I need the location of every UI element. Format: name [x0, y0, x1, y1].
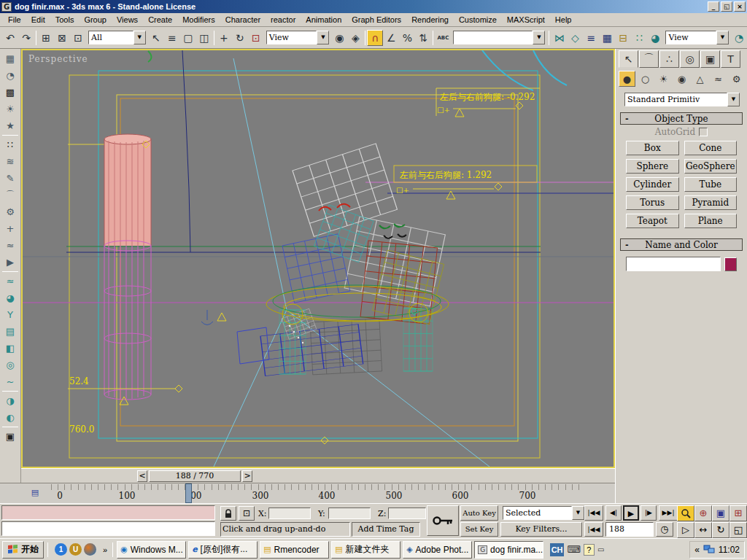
network-icon[interactable]	[703, 545, 715, 554]
menu-item[interactable]: Graph Editors	[347, 14, 406, 26]
z-coord-field[interactable]	[388, 508, 426, 519]
goto-start-button[interactable]: |◀◀	[584, 505, 603, 521]
zoom-button[interactable]	[677, 505, 694, 521]
set-keys-button[interactable]	[427, 505, 459, 536]
time-slider[interactable]: 188 / 770	[149, 470, 241, 482]
add-time-tag[interactable]: Add Time Tag	[352, 522, 420, 537]
create-helpers-icon[interactable]: △	[692, 71, 708, 87]
render-teapot-icon[interactable]: ◕	[1, 289, 19, 306]
compounds-icon[interactable]: ▩	[1, 84, 19, 101]
field-of-view-button[interactable]: ▷	[677, 522, 694, 538]
create-lights-icon[interactable]: ☀	[655, 71, 672, 87]
quicklaunch-ultraedit-icon[interactable]: U	[69, 543, 82, 556]
menu-item[interactable]: Group	[79, 14, 112, 26]
chevron-down-icon[interactable]: ▼	[133, 31, 146, 44]
select-and-scale-icon[interactable]: ⊡	[248, 30, 264, 46]
object-type-button[interactable]: Cone	[684, 141, 738, 155]
zoom-extents-button[interactable]: ▣	[712, 505, 729, 521]
task-photoshop[interactable]: ◈ Adobe Phot...	[403, 541, 472, 559]
create-systems-icon[interactable]: ⚙	[728, 71, 745, 87]
goto-end-button[interactable]: ▶▶|	[659, 505, 678, 521]
schematic-view-icon[interactable]: ⊟	[615, 30, 631, 46]
object-type-rollout-header[interactable]: - Object Type	[620, 112, 743, 125]
tab-hierarchy[interactable]: ∴	[659, 50, 679, 68]
menu-item[interactable]: Edit	[26, 14, 50, 26]
render-scene-icon[interactable]: ◕	[647, 30, 663, 46]
leaf-icon[interactable]: ▶	[1, 254, 19, 271]
redo-icon[interactable]: ↷	[18, 30, 34, 46]
tray-chevron-icon[interactable]: «	[694, 545, 700, 555]
menu-item[interactable]: Help	[550, 14, 577, 26]
mirror-icon[interactable]: ⋈	[551, 30, 567, 46]
name-color-rollout-header[interactable]: - Name and Color	[620, 238, 743, 251]
snap-toggle-3d-icon[interactable]: ∩	[367, 30, 383, 46]
bend-modifier-icon[interactable]: ⌒	[1, 187, 19, 203]
perspective-viewport[interactable]: 左后与右前狗腿: -0.292 □+ 左前与右后狗腿: 1.292 □+ 52.…	[21, 49, 615, 468]
menu-item[interactable]: Tools	[50, 14, 80, 26]
set-key-button[interactable]: Set Key	[460, 522, 498, 537]
unlink-selection-icon[interactable]: ⊠	[54, 30, 70, 46]
window-crossing-icon[interactable]: ◫	[196, 30, 212, 46]
undo-icon[interactable]: ↶	[2, 30, 18, 46]
selection-lock-button[interactable]	[220, 506, 236, 521]
chevron-down-icon[interactable]: ▼	[317, 31, 329, 44]
menu-item[interactable]: MAXScript	[502, 14, 550, 26]
object-name-input[interactable]	[626, 257, 721, 271]
restore-button[interactable]: ◱	[721, 1, 732, 12]
star-shapes-icon[interactable]: ★	[1, 117, 19, 134]
select-and-link-icon[interactable]: ⊞	[38, 30, 54, 46]
y-coord-field[interactable]	[328, 508, 371, 519]
task-folder-rmencoder[interactable]: ▤ Rmencoder	[260, 541, 329, 559]
wave-icon[interactable]: ≈	[1, 237, 19, 254]
gear-icon[interactable]: ⚙	[1, 203, 19, 220]
menu-item[interactable]: Customize	[454, 14, 502, 26]
object-type-button[interactable]: Teapot	[626, 214, 679, 228]
bones-icon[interactable]: Y	[1, 306, 19, 323]
percent-snap-icon[interactable]: %	[399, 30, 415, 46]
springs-icon[interactable]: ≋	[1, 153, 19, 170]
arc-rotate-button[interactable]: ↻	[712, 522, 729, 538]
absolute-mode-button[interactable]: ⊡	[239, 506, 255, 521]
mini-curve-editor-button[interactable]: ▤	[24, 486, 46, 500]
material-sphere-icon[interactable]: ◐	[1, 409, 19, 426]
key-filters-button[interactable]: Key Filters...	[500, 522, 582, 537]
named-selection-dropdown[interactable]: ▼	[453, 31, 545, 44]
tab-display[interactable]: ▣	[700, 50, 720, 68]
spinner-snap-icon[interactable]: ⇅	[415, 30, 431, 46]
bind-to-space-warp-icon[interactable]: ⊡	[70, 30, 86, 46]
current-frame-field[interactable]: 188	[605, 522, 654, 537]
chevron-down-icon[interactable]: ▼	[572, 506, 584, 520]
quicklaunch-mediaplayer-icon[interactable]	[84, 543, 96, 556]
create-shapes-icon[interactable]: ○	[637, 71, 654, 87]
create-geometry-icon[interactable]: ●	[619, 71, 635, 87]
quick-launch-chevron-icon[interactable]: »	[101, 545, 109, 554]
material-editor-icon[interactable]: ∷	[631, 30, 647, 46]
selection-filter-dropdown[interactable]: All▼	[88, 31, 146, 44]
select-by-name-icon[interactable]: ≡	[164, 30, 180, 46]
sep[interactable]	[2, 135, 18, 136]
next-frame-arrow[interactable]: >	[242, 470, 252, 482]
tab-modify[interactable]: ⌒	[639, 50, 659, 68]
material-teapot-icon[interactable]: ◑	[1, 392, 19, 409]
quick-render-icon[interactable]: ◔	[731, 30, 747, 46]
current-frame-marker[interactable]	[185, 483, 192, 503]
task-3dsmax[interactable]: G dog finir.ma...	[474, 541, 543, 559]
viewport-label[interactable]: Perspective	[28, 54, 88, 64]
object-type-button[interactable]: Plane	[684, 214, 738, 228]
sep[interactable]	[2, 271, 18, 272]
maxscript-listener-field[interactable]	[1, 521, 215, 536]
key-selection-dropdown[interactable]: Selected▼	[503, 506, 584, 520]
particles-icon[interactable]: ∷	[1, 136, 19, 153]
pan-button[interactable]: ↔	[694, 522, 712, 538]
menu-item[interactable]: File	[3, 14, 26, 26]
create-cameras-icon[interactable]: ◉	[673, 71, 690, 87]
render-monitor-icon[interactable]: ▣	[1, 428, 19, 445]
object-color-swatch[interactable]	[724, 257, 737, 271]
help-icon[interactable]: ?	[584, 544, 595, 556]
object-type-button[interactable]: GeoSphere	[684, 159, 738, 174]
language-indicator[interactable]: CH	[550, 543, 564, 556]
layer-manager-icon[interactable]: ≡	[583, 30, 599, 46]
auto-key-button[interactable]: Auto Key	[460, 505, 498, 521]
cylinder-leg[interactable]	[104, 134, 151, 400]
time-configuration-button[interactable]: ◷	[656, 522, 673, 537]
